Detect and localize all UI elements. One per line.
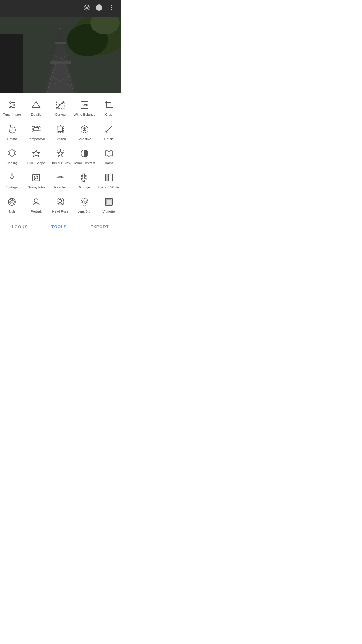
svg-point-4 — [111, 9, 112, 10]
svg-point-83 — [84, 201, 85, 202]
tool-item-perspective[interactable]: Perspective — [24, 120, 48, 144]
tool-item-curves[interactable]: Curves — [48, 96, 73, 120]
retrolux-icon — [55, 172, 66, 183]
layers-icon[interactable] — [83, 4, 90, 13]
tool-item-expand[interactable]: Expand — [48, 120, 73, 144]
tool-item-black-white[interactable]: Black & White — [96, 168, 121, 192]
svg-point-63 — [36, 176, 37, 176]
vintage-label: Vintage — [6, 185, 18, 190]
bottom-nav-looks[interactable]: LOOKS — [12, 225, 28, 229]
svg-rect-86 — [106, 200, 111, 204]
curves-label: Curves — [55, 113, 66, 117]
svg-text:WB: WB — [82, 103, 88, 107]
svg-text:i: i — [99, 5, 100, 10]
svg-rect-12 — [0, 34, 23, 93]
bottom-nav: LOOKSTOOLSEXPORT — [0, 220, 121, 235]
tool-item-grunge[interactable]: Grunge — [72, 168, 96, 192]
svg-point-66 — [37, 178, 38, 179]
lens-blur-icon — [79, 197, 90, 207]
black-white-icon — [103, 172, 114, 183]
grunge-icon — [79, 172, 90, 183]
svg-rect-42 — [58, 127, 63, 132]
svg-point-65 — [35, 178, 36, 179]
svg-marker-52 — [33, 150, 40, 156]
svg-line-80 — [61, 201, 61, 201]
crop-icon — [103, 100, 114, 110]
curves-icon — [55, 100, 66, 110]
svg-line-50 — [106, 127, 110, 132]
perspective-icon — [31, 124, 41, 134]
grainy-film-label: Grainy Film — [28, 185, 45, 190]
bottom-nav-tools[interactable]: TOOLS — [51, 225, 67, 229]
svg-point-28 — [10, 102, 11, 103]
tools-grid: Tune Image Details Curves WB White Balan… — [0, 93, 121, 220]
tonal-contrast-icon — [79, 148, 90, 159]
tool-item-selective[interactable]: Selective — [72, 120, 96, 144]
tool-item-rotate[interactable]: Rotate — [0, 120, 24, 144]
retrolux-label: Retrolux — [54, 185, 67, 190]
head-pose-label: Head Pose — [52, 209, 69, 214]
bottom-nav-export[interactable]: EXPORT — [90, 225, 109, 229]
svg-line-55 — [63, 151, 64, 151]
head-pose-icon — [55, 197, 66, 207]
info-icon[interactable]: i — [96, 4, 103, 13]
svg-line-79 — [59, 201, 59, 201]
portrait-icon — [31, 197, 41, 207]
svg-point-67 — [34, 179, 35, 180]
tune-image-label: Tune Image — [3, 113, 21, 117]
selective-label: Selective — [78, 137, 91, 141]
svg-point-70 — [57, 177, 64, 177]
hdr-scape-icon — [31, 148, 41, 159]
expand-label: Expand — [55, 137, 66, 141]
tool-item-tune-image[interactable]: Tune Image — [0, 96, 24, 120]
black-white-label: Black & White — [98, 185, 119, 190]
header: i — [0, 0, 121, 17]
selective-icon — [79, 124, 90, 134]
tool-item-grainy-film[interactable]: Grainy Film — [24, 168, 48, 192]
svg-point-3 — [111, 7, 112, 8]
tonal-contrast-label: Tonal Contrast — [74, 161, 95, 165]
tool-item-retrolux[interactable]: Retrolux — [48, 168, 73, 192]
svg-point-75 — [11, 201, 13, 203]
tool-item-drama[interactable]: Drama — [96, 144, 121, 168]
svg-marker-31 — [32, 102, 40, 107]
tool-item-white-balance[interactable]: WB White Balance — [72, 96, 96, 120]
vignette-label: Vignette — [103, 209, 115, 214]
svg-point-29 — [13, 104, 14, 106]
svg-line-56 — [57, 151, 58, 151]
svg-point-76 — [34, 199, 38, 202]
vintage-icon — [7, 172, 17, 183]
image-preview — [0, 17, 121, 93]
svg-point-62 — [34, 176, 35, 177]
tool-item-hdr-scape[interactable]: HDR Scape — [24, 144, 48, 168]
svg-point-82 — [82, 200, 86, 204]
tool-item-vignette[interactable]: Vignette — [96, 192, 121, 217]
tool-item-noir[interactable]: Noir — [0, 192, 24, 217]
tool-item-lens-blur[interactable]: Lens Blur — [72, 192, 96, 217]
drama-icon — [103, 148, 114, 159]
tool-item-healing[interactable]: Healing — [0, 144, 24, 168]
tool-item-brush[interactable]: Brush — [96, 120, 121, 144]
svg-point-2 — [111, 5, 112, 6]
tool-item-head-pose[interactable]: Head Pose — [48, 192, 73, 217]
tool-item-vintage[interactable]: Vintage — [0, 168, 24, 192]
noir-label: Noir — [9, 209, 15, 214]
glamour-glow-icon — [55, 148, 66, 159]
svg-point-81 — [81, 198, 88, 205]
tool-item-details[interactable]: Details — [24, 96, 48, 120]
tune-image-icon — [7, 100, 17, 110]
tool-item-portrait[interactable]: Portrait — [24, 192, 48, 217]
glamour-glow-label: Glamour Glow — [50, 161, 71, 165]
noir-icon — [7, 197, 17, 207]
svg-rect-72 — [105, 174, 109, 181]
crop-label: Crop — [105, 113, 112, 117]
drama-label: Drama — [103, 161, 114, 165]
portrait-label: Portrait — [31, 209, 42, 214]
tool-item-glamour-glow[interactable]: Glamour Glow — [48, 144, 73, 168]
more-options-icon[interactable] — [108, 4, 115, 13]
tool-item-tonal-contrast[interactable]: Tonal Contrast — [72, 144, 96, 168]
tool-item-crop[interactable]: Crop — [96, 96, 121, 120]
white-balance-icon: WB — [79, 100, 90, 110]
healing-label: Healing — [6, 161, 18, 165]
lens-blur-label: Lens Blur — [77, 209, 92, 214]
